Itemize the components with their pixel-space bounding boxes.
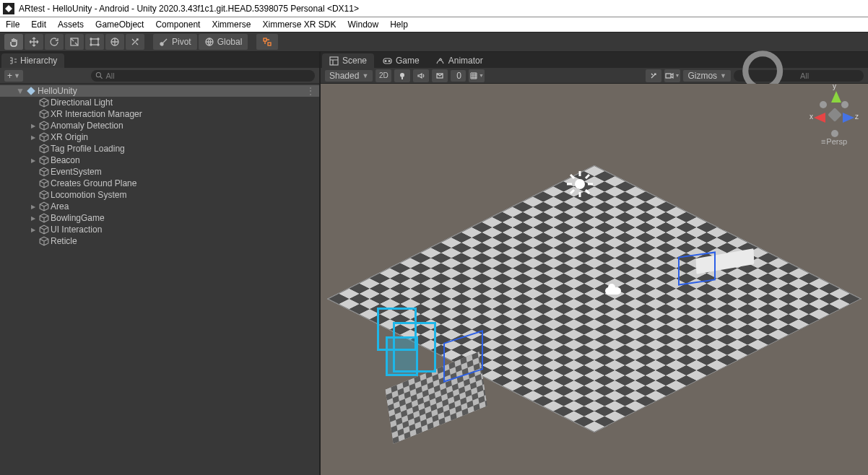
svg-point-8	[160, 43, 163, 45]
transform-tool-button[interactable]	[105, 34, 124, 50]
scene-row[interactable]: ▼ HelloUnity ⋮	[0, 85, 319, 97]
fx-count: 0	[456, 71, 461, 81]
hierarchy-item[interactable]: Tag Profile Loading	[0, 143, 319, 154]
fx-dropdown[interactable]: 0	[451, 70, 466, 82]
scene-search[interactable]	[734, 70, 864, 82]
hierarchy-search[interactable]	[91, 70, 315, 82]
tab-scene[interactable]: Scene	[322, 53, 374, 68]
gameobject-icon	[39, 201, 49, 212]
scene-viewport[interactable]: y x z ≡ Persp	[321, 84, 868, 475]
svg-marker-13	[27, 87, 35, 95]
hierarchy-item[interactable]: Creates Ground Plane	[0, 178, 319, 189]
rect-tool-button[interactable]	[85, 34, 104, 50]
fx-toggle[interactable]	[432, 69, 448, 82]
pivot-toggle[interactable]: Pivot	[153, 34, 197, 50]
hand-tool-button[interactable]	[4, 34, 23, 50]
expand-arrow-icon[interactable]: ▶	[29, 134, 38, 141]
scale-tool-button[interactable]	[65, 34, 84, 50]
menu-help[interactable]: Help	[390, 19, 408, 30]
expand-arrow-icon[interactable]: ▶	[29, 215, 38, 222]
menu-file[interactable]: File	[6, 19, 19, 30]
svg-rect-11	[268, 43, 271, 45]
unity-scene-icon	[26, 86, 36, 96]
svg-point-4	[97, 38, 99, 40]
hierarchy-item[interactable]: Locomotion System	[0, 189, 319, 201]
menu-ximmerse[interactable]: Ximmerse	[212, 19, 251, 30]
hierarchy-item-label: XR Interaction Manager	[51, 109, 142, 119]
hierarchy-item[interactable]: ▶UI Interaction	[0, 224, 319, 235]
svg-line-28	[570, 175, 574, 178]
svg-point-17	[389, 60, 390, 61]
expand-arrow-icon[interactable]: ▼	[16, 86, 25, 96]
hierarchy-item[interactable]: Directional Light	[0, 97, 319, 108]
hierarchy-item[interactable]: XR Interaction Manager	[0, 108, 319, 120]
hierarchy-item[interactable]: EventSystem	[0, 166, 319, 178]
tab-game[interactable]: Game	[376, 53, 427, 68]
projection-label[interactable]: ≡ Persp	[809, 137, 859, 146]
tab-animator[interactable]: Animator	[428, 53, 490, 68]
orientation-gizmo[interactable]: y x z ≡ Persp	[809, 92, 859, 146]
scene-toolbar: Shaded ▼ 2D 0 ▼ ▼ Gizmos ▼	[321, 68, 868, 84]
tab-animator-label: Animator	[448, 56, 483, 66]
hierarchy-panel: Hierarchy + ▼ ▼ HelloUnity ⋮ Directional…	[0, 52, 321, 475]
collider-gizmo	[678, 251, 716, 285]
svg-line-29	[586, 190, 589, 193]
menu-ximmerse-xr-sdk[interactable]: Ximmerse XR SDK	[262, 19, 336, 30]
svg-point-23	[575, 179, 585, 189]
chevron-down-icon: ▼	[720, 72, 726, 79]
gizmos-dropdown[interactable]: Gizmos ▼	[683, 70, 731, 82]
gameobject-icon	[39, 236, 49, 246]
move-tool-button[interactable]	[25, 34, 43, 50]
svg-point-16	[385, 60, 386, 61]
hierarchy-item-label: BowlingGame	[51, 213, 105, 223]
hierarchy-item[interactable]: ▶XR Origin	[0, 131, 319, 143]
hierarchy-tab[interactable]: Hierarchy	[1, 53, 64, 68]
hierarchy-item-label: Anomaly Detection	[51, 121, 123, 131]
menu-edit[interactable]: Edit	[31, 19, 46, 30]
audio-toggle[interactable]	[413, 69, 429, 82]
gameobject-icon	[39, 144, 49, 154]
hierarchy-item[interactable]: Reticle	[0, 235, 319, 247]
gameobject-icon	[39, 178, 49, 188]
gameobject-icon	[39, 121, 49, 131]
scene-options-icon[interactable]: ⋮	[306, 86, 315, 96]
camera-button[interactable]: ▼	[664, 69, 680, 82]
hierarchy-item[interactable]: ▶Anomaly Detection	[0, 120, 319, 131]
menu-gameobject[interactable]: GameObject	[95, 19, 144, 30]
expand-arrow-icon[interactable]: ▶	[29, 157, 38, 164]
menu-window[interactable]: Window	[348, 19, 379, 30]
custom-tool-button[interactable]	[126, 34, 144, 50]
expand-arrow-icon[interactable]: ▶	[29, 204, 38, 210]
snap-toggle[interactable]	[256, 34, 278, 50]
scene-search-input[interactable]	[800, 71, 859, 80]
hierarchy-item[interactable]: ▶BowlingGame	[0, 212, 319, 224]
shading-mode-dropdown[interactable]: Shaded ▼	[325, 70, 373, 82]
hierarchy-item-label: Directional Light	[51, 97, 113, 108]
2d-toggle[interactable]: 2D	[376, 69, 391, 82]
hierarchy-item-label: UI Interaction	[51, 225, 102, 235]
rotate-tool-button[interactable]	[45, 34, 64, 50]
hierarchy-item-label: EventSystem	[51, 167, 102, 177]
svg-rect-2	[91, 39, 98, 45]
grid-toggle[interactable]: ▼	[469, 69, 485, 82]
lighting-toggle[interactable]	[394, 69, 410, 82]
hierarchy-item-label: Reticle	[51, 236, 77, 246]
svg-point-22	[745, 53, 780, 88]
svg-rect-14	[330, 57, 338, 65]
create-dropdown[interactable]: + ▼	[4, 70, 23, 82]
expand-arrow-icon[interactable]: ▶	[29, 123, 38, 129]
tools-button[interactable]	[646, 69, 661, 82]
expand-arrow-icon[interactable]: ▶	[29, 227, 38, 233]
global-toggle[interactable]: Global	[199, 34, 248, 50]
hierarchy-item[interactable]: ▶Area	[0, 201, 319, 212]
hierarchy-item[interactable]: ▶Beacon	[0, 154, 319, 166]
axis-z-label: z	[855, 113, 859, 121]
menu-assets[interactable]: Assets	[58, 19, 84, 30]
gameobject-icon	[39, 109, 49, 119]
menu-component[interactable]: Component	[155, 19, 200, 30]
chevron-down-icon: ▼	[362, 72, 368, 79]
hierarchy-search-input[interactable]	[105, 71, 311, 80]
window-titlebar: ARtest - HelloUnity - Android - Unity 20…	[0, 0, 868, 17]
gameobject-icon	[39, 155, 49, 165]
tab-scene-label: Scene	[342, 56, 367, 66]
